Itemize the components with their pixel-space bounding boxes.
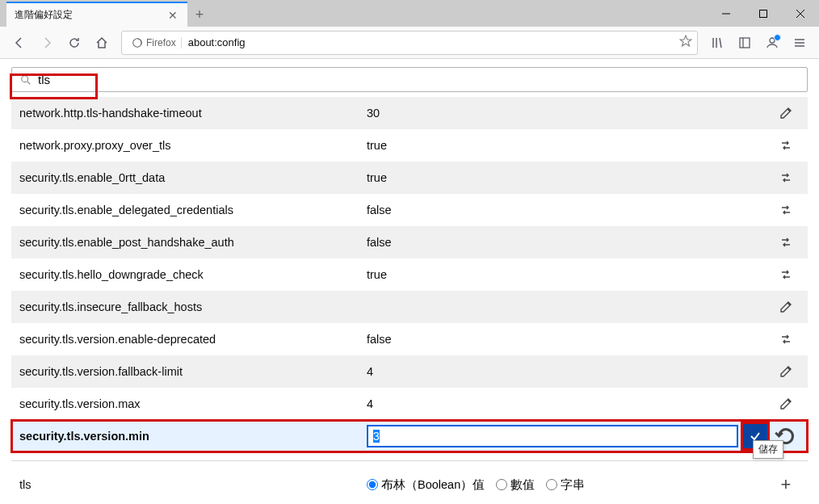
edit-button[interactable] bbox=[772, 359, 800, 384]
pref-name: security.tls.version.enable-deprecated bbox=[19, 333, 367, 346]
edit-button[interactable] bbox=[772, 295, 800, 319]
config-search-box[interactable] bbox=[11, 67, 808, 92]
type-radio-option[interactable]: 布林（Boolean）值 bbox=[367, 477, 485, 493]
pref-value: 30 bbox=[367, 107, 772, 120]
content-area: network.http.tls-handshake-timeout30netw… bbox=[0, 59, 819, 504]
pref-row-editing: security.tls.version.min儲存 bbox=[11, 420, 808, 452]
maximize-button[interactable] bbox=[745, 0, 782, 27]
back-button[interactable] bbox=[6, 30, 32, 56]
pref-name: network.proxy.proxy_over_tls bbox=[19, 139, 367, 152]
svg-line-7 bbox=[720, 38, 721, 48]
svg-point-10 bbox=[770, 38, 775, 43]
add-pref-row: tls 布林（Boolean）值數值字串 + bbox=[11, 460, 808, 504]
pref-row: security.tls.version.enable-deprecatedfa… bbox=[11, 323, 808, 355]
pref-value: 4 bbox=[367, 397, 772, 410]
navbar: Firefox about:config bbox=[0, 27, 819, 59]
pref-row: security.tls.version.fallback-limit4 bbox=[11, 355, 808, 388]
tab-close-icon[interactable]: ✕ bbox=[166, 9, 179, 22]
radio-input[interactable] bbox=[546, 479, 557, 490]
toggle-button[interactable] bbox=[772, 198, 800, 222]
urlbar[interactable]: Firefox about:config bbox=[121, 31, 698, 55]
radio-label: 字串 bbox=[561, 477, 585, 493]
pref-value: false bbox=[367, 236, 772, 249]
edit-button[interactable] bbox=[772, 392, 800, 416]
toggle-button[interactable] bbox=[772, 166, 800, 190]
pref-name: security.tls.enable_post_handshake_auth bbox=[19, 236, 367, 249]
pref-name: security.tls.enable_0rtt_data bbox=[19, 171, 367, 184]
pref-row: network.http.tls-handshake-timeout30 bbox=[11, 97, 808, 129]
type-radio-option[interactable]: 字串 bbox=[546, 477, 585, 493]
add-pref-button[interactable]: + bbox=[772, 472, 800, 497]
pref-value: 4 bbox=[367, 365, 772, 378]
prefs-list: network.http.tls-handshake-timeout30netw… bbox=[11, 97, 808, 452]
titlebar: 進階偏好設定 ✕ + bbox=[0, 0, 819, 27]
pref-value: true bbox=[367, 139, 772, 152]
pref-value: false bbox=[367, 204, 772, 216]
radio-label: 數值 bbox=[510, 477, 535, 493]
pref-value: false bbox=[367, 333, 772, 346]
pref-row: security.tls.enable_delegated_credential… bbox=[11, 194, 808, 226]
pref-row: security.tls.insecure_fallback_hosts bbox=[11, 291, 808, 323]
edit-button[interactable] bbox=[772, 101, 800, 125]
pref-name: security.tls.hello_downgrade_check bbox=[19, 268, 367, 281]
config-search-input[interactable] bbox=[38, 73, 799, 86]
radio-input[interactable] bbox=[367, 479, 378, 490]
identity-label: Firefox bbox=[146, 37, 176, 48]
toolbar-right bbox=[704, 30, 813, 56]
pref-name: security.tls.version.max bbox=[19, 397, 367, 410]
library-button[interactable] bbox=[704, 30, 730, 56]
pref-name: network.http.tls-handshake-timeout bbox=[19, 107, 367, 120]
pref-value: true bbox=[367, 268, 772, 281]
identity-box[interactable]: Firefox bbox=[127, 37, 182, 48]
radio-label: 布林（Boolean）值 bbox=[381, 477, 485, 493]
pref-row: security.tls.version.max4 bbox=[11, 388, 808, 420]
radio-input[interactable] bbox=[496, 479, 507, 490]
window-controls bbox=[708, 0, 819, 27]
bookmark-star-icon[interactable] bbox=[679, 35, 692, 50]
pref-row: security.tls.enable_post_handshake_authf… bbox=[11, 226, 808, 258]
add-pref-type-radios: 布林（Boolean）值數值字串 bbox=[367, 477, 772, 493]
menu-button[interactable] bbox=[787, 30, 813, 56]
search-icon bbox=[20, 74, 32, 86]
svg-point-14 bbox=[22, 75, 28, 82]
home-button[interactable] bbox=[89, 30, 115, 56]
save-tooltip: 儲存 bbox=[753, 440, 783, 459]
reload-button[interactable] bbox=[61, 30, 87, 56]
type-radio-option[interactable]: 數值 bbox=[496, 477, 535, 493]
toggle-button[interactable] bbox=[772, 327, 800, 351]
url-text: about:config bbox=[182, 36, 679, 48]
pref-name: security.tls.enable_delegated_credential… bbox=[19, 204, 367, 216]
toggle-button[interactable] bbox=[772, 230, 800, 254]
new-tab-button[interactable]: + bbox=[187, 2, 212, 27]
browser-tab[interactable]: 進階偏好設定 ✕ bbox=[6, 2, 187, 27]
toggle-button[interactable] bbox=[772, 262, 800, 287]
account-button[interactable] bbox=[759, 30, 785, 56]
firefox-icon bbox=[132, 37, 143, 48]
add-pref-name: tls bbox=[19, 478, 367, 491]
svg-line-15 bbox=[27, 81, 31, 84]
pref-value: true bbox=[367, 171, 772, 184]
pref-name: security.tls.insecure_fallback_hosts bbox=[19, 300, 367, 313]
forward-button[interactable] bbox=[34, 30, 60, 56]
pref-name: security.tls.version.min bbox=[19, 430, 367, 443]
svg-rect-1 bbox=[760, 10, 767, 17]
pref-row: security.tls.enable_0rtt_datatrue bbox=[11, 162, 808, 194]
pref-row: security.tls.hello_downgrade_checktrue bbox=[11, 258, 808, 291]
pref-name: security.tls.version.fallback-limit bbox=[19, 365, 367, 378]
toggle-button[interactable] bbox=[772, 133, 800, 158]
close-window-button[interactable] bbox=[782, 0, 819, 27]
pref-edit-input[interactable] bbox=[367, 425, 738, 447]
svg-rect-8 bbox=[740, 38, 750, 48]
pref-row: network.proxy.proxy_over_tlstrue bbox=[11, 129, 808, 162]
sidebar-button[interactable] bbox=[732, 30, 758, 56]
tab-title: 進階偏好設定 bbox=[15, 8, 166, 22]
minimize-button[interactable] bbox=[708, 0, 745, 27]
